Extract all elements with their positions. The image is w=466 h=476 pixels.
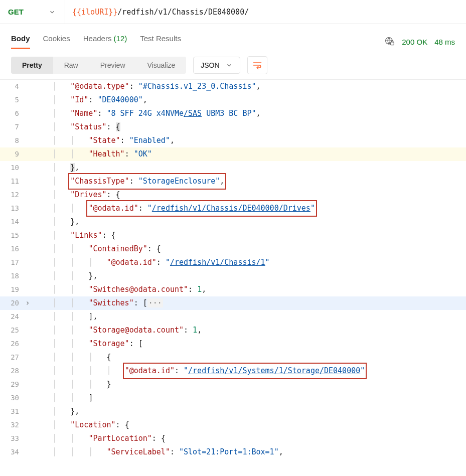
tab-headers[interactable]: Headers (12) [83,34,127,49]
view-preview[interactable]: Preview [89,57,136,74]
code-line: 25 │ │ "Storage@odata.count": 1, [0,324,466,337]
code-line: 18 │ │ }, [0,269,466,283]
tab-cookies[interactable]: Cookies [43,34,70,49]
view-mode-segment: Pretty Raw Preview Visualize [11,57,186,74]
code-line: 9 │ │ "Health": "OK" [0,147,466,161]
code-line: 10 │ }, [0,161,466,175]
code-line: 30 │ │ ] [0,391,466,405]
code-line: 5 │ "Id": "DE040000", [0,93,466,107]
collapsed-indicator[interactable]: ··· [147,298,163,307]
code-line: 33 │ │ "PartLocation": { [0,432,466,445]
code-line: 16 │ │ "ContainedBy": { [0,242,466,256]
code-line: 26 │ │ "Storage": [ [0,337,466,351]
url-path: /redfish/v1/Chassis/DE040000/ [117,8,249,17]
code-line: 29 │ │ │ } [0,378,466,391]
chevron-down-icon [49,9,56,16]
highlight-chassistype: "ChassisType": "StorageEnclosure", [70,175,224,188]
code-line: 28 │ │ │ │ "@odata.id": "/redfish/v1/Sys… [0,364,466,378]
globe-lock-icon [385,37,395,47]
view-raw[interactable]: Raw [53,57,89,74]
code-line: 8 │ │ "State": "Enabled", [0,134,466,147]
fold-handle[interactable]: › [22,296,33,310]
code-line: 13 │ │ "@odata.id": "/redfish/v1/Chassis… [0,202,466,215]
code-line: 27 │ │ │ { [0,351,466,364]
code-line: 12 │ "Drives": { [0,188,466,202]
link-sas[interactable]: /SAS [184,109,202,118]
response-body[interactable]: 4 │ "@odata.type": "#Chassis.v1_23_0.Cha… [0,79,466,459]
link-storage[interactable]: /redfish/v1/Systems/1/Storage/DE040000 [188,366,360,375]
status-time: 48 ms [434,38,455,46]
response-status: 200 OK 48 ms [385,37,455,47]
wrap-icon [252,61,262,70]
code-line: 6 │ "Name": "8 SFF 24G x4NVMe/SAS UBM3 B… [0,107,466,120]
tab-test-results[interactable]: Test Results [140,34,181,49]
request-bar: GET {{iloURI}}/redfish/v1/Chassis/DE0400… [0,0,466,24]
code-line: 32 │ "Location": { [0,418,466,432]
status-code: 200 OK [402,38,427,46]
code-line: 11 │ "ChassisType": "StorageEnclosure", [0,175,466,188]
response-toolbar: Pretty Raw Preview Visualize JSON [0,49,466,79]
response-header: Body Cookies Headers (12) Test Results 2… [0,24,466,49]
tab-body[interactable]: Body [11,34,30,49]
code-line: 20› │ │ "Switches": [··· [0,296,466,310]
code-line: 15 │ "Links": { [0,229,466,242]
method-select[interactable]: GET [0,0,65,24]
view-visualize[interactable]: Visualize [136,57,187,74]
view-pretty[interactable]: Pretty [11,57,53,74]
code-line: 19 │ │ "Switches@odata.count": 1, [0,283,466,296]
method-label: GET [8,8,24,16]
url-input[interactable]: {{iloURI}}/redfish/v1/Chassis/DE040000/ [65,0,256,24]
wrap-lines-button[interactable] [247,56,267,74]
highlight-drives-odata-id: "@odata.id": "/redfish/v1/Chassis/DE0400… [88,202,315,215]
link-drives[interactable]: /redfish/v1/Chassis/DE040000/Drives [152,204,310,213]
link-containedby[interactable]: /redfish/v1/Chassis/1 [170,258,265,267]
code-line: 31 │ }, [0,405,466,418]
code-line: 24 │ │ ], [0,310,466,324]
chevron-down-icon [226,62,233,69]
code-line: 4 │ "@odata.type": "#Chassis.v1_23_0.Cha… [0,80,466,93]
response-tabs: Body Cookies Headers (12) Test Results [11,34,181,49]
code-line: 14 │ }, [0,215,466,229]
highlight-storage-odata-id: "@odata.id": "/redfish/v1/Systems/1/Stor… [125,364,365,378]
url-variable: {{iloURI}} [72,8,117,17]
code-line: 7 │ "Status": { [0,120,466,134]
svg-rect-1 [391,42,394,45]
code-line: 17 │ │ │ "@odata.id": "/redfish/v1/Chass… [0,256,466,269]
code-line: 34 │ │ │ "ServiceLabel": "Slot=21:Port=1… [0,445,466,459]
format-select[interactable]: JSON [193,57,240,74]
